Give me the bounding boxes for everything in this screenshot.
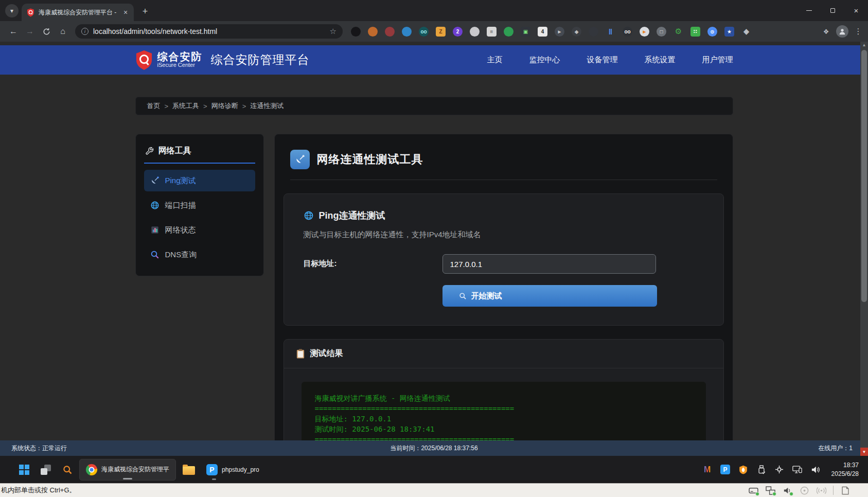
start-test-label: 开始测试: [471, 291, 502, 301]
logo-subtitle: iSecure Center: [157, 62, 203, 68]
sidebar-item-ping-test[interactable]: Ping测试: [144, 170, 255, 191]
target-address-input[interactable]: [442, 254, 656, 274]
extension-icon[interactable]: [589, 27, 598, 37]
sidebar-item-label: DNS查询: [165, 250, 197, 260]
vm-signal-icon[interactable]: [816, 486, 826, 495]
extension-icon[interactable]: [402, 27, 412, 37]
sidebar-item-dns-lookup[interactable]: DNS查询: [144, 244, 255, 265]
extension-icon[interactable]: ∷: [690, 27, 700, 37]
page-scrollbar[interactable]: ▲ ▼: [860, 42, 868, 456]
extension-icon[interactable]: □: [657, 27, 666, 37]
browser-tab[interactable]: 海康威视综合安防管理平台 - 网 ×: [22, 4, 134, 21]
home-button[interactable]: ⌂: [56, 24, 70, 39]
breadcrumb: 首页 > 系统工具 > 网络诊断 > 连通性测试: [135, 97, 733, 115]
extension-icon[interactable]: oo: [623, 27, 632, 37]
extension-icon[interactable]: Z: [436, 27, 446, 37]
extension-icon[interactable]: [368, 27, 378, 37]
task-view-button[interactable]: [36, 459, 56, 481]
input-method-tray-icon[interactable]: [774, 465, 785, 475]
extension-icon[interactable]: oo: [419, 27, 429, 37]
crosshair-icon: [775, 465, 784, 474]
vm-sound-icon[interactable]: [782, 486, 792, 495]
extensions-puzzle-icon[interactable]: ❖: [821, 27, 831, 37]
vm-disk-icon[interactable]: [748, 486, 758, 495]
extension-icon[interactable]: ⊙: [707, 27, 717, 37]
vm-cd-icon[interactable]: [799, 486, 809, 495]
gmail-tray-icon[interactable]: M: [702, 465, 713, 475]
extension-icon[interactable]: ★: [724, 27, 734, 37]
display-cast-tray-icon[interactable]: [792, 465, 803, 475]
tab-close-icon[interactable]: ×: [121, 8, 130, 16]
nav-link[interactable]: 主页: [487, 55, 503, 65]
search-button[interactable]: [58, 459, 77, 481]
forward-button[interactable]: →: [23, 24, 37, 39]
phpstudy-tray-icon[interactable]: P: [720, 465, 731, 475]
extension-icon[interactable]: [470, 27, 480, 37]
breadcrumb-item-network-diagnosis[interactable]: 网络诊断: [211, 101, 238, 111]
extension-icon[interactable]: [504, 27, 513, 37]
site-info-icon[interactable]: i: [81, 28, 88, 35]
extension-icon[interactable]: ◆: [741, 27, 751, 37]
reload-button[interactable]: [39, 24, 54, 39]
extension-icon[interactable]: ►: [640, 27, 649, 37]
back-button[interactable]: ←: [6, 24, 21, 39]
address-bar[interactable]: i localhost/admin/tools/network-test.htm…: [75, 24, 343, 39]
extension-icon[interactable]: [351, 27, 361, 37]
person-icon: [839, 28, 846, 35]
tab-search-button[interactable]: ▾: [5, 4, 19, 17]
profile-avatar[interactable]: [836, 25, 848, 38]
nav-link[interactable]: 监控中心: [529, 55, 560, 65]
browser-menu-icon[interactable]: ⋮: [854, 27, 863, 36]
extension-icon[interactable]: ‖: [606, 27, 615, 37]
magnifier-icon: [459, 292, 467, 300]
site-content: 综合安防 iSecure Center 综合安防管理平台 主页监控中心设备管理系…: [0, 42, 868, 440]
nav-link[interactable]: 设备管理: [587, 55, 618, 65]
extension-icon[interactable]: ►: [555, 27, 564, 37]
current-time-text: 当前时间：2025/06/28 18:37:56: [390, 444, 477, 453]
sidebar-item-network-status[interactable]: 网络状态: [144, 219, 255, 241]
sidebar-item-port-scan[interactable]: 端口扫描: [144, 194, 255, 216]
nav-link[interactable]: 用户管理: [702, 55, 733, 65]
results-title: 测试结果: [310, 348, 343, 359]
extension-icon[interactable]: 4: [538, 27, 547, 37]
bookmark-star-icon[interactable]: ☆: [330, 27, 336, 36]
window-maximize-button[interactable]: [821, 0, 844, 21]
start-button[interactable]: [14, 459, 34, 481]
chrome-icon: [86, 464, 97, 475]
scroll-up-icon[interactable]: ▲: [860, 43, 868, 47]
logo-text-block: 综合安防 iSecure Center: [157, 51, 203, 68]
extension-icon[interactable]: 2: [453, 27, 463, 37]
volume-tray-icon[interactable]: [810, 465, 821, 475]
divider: [290, 180, 717, 180]
window-close-button[interactable]: ×: [844, 0, 868, 21]
usb-tray-icon[interactable]: [756, 465, 767, 475]
site-logo[interactable]: 综合安防 iSecure Center: [135, 50, 203, 70]
vm-network-icon[interactable]: [765, 486, 775, 495]
scrollbar-thumb[interactable]: [861, 50, 867, 302]
extension-icon[interactable]: [385, 27, 395, 37]
new-tab-button[interactable]: +: [138, 4, 152, 19]
folder-icon: [183, 466, 195, 475]
extension-icon[interactable]: ⚙: [674, 27, 683, 37]
terminal-line: 测试时间: 2025-06-28 18:37:41: [315, 424, 693, 434]
phpstudy-icon: P: [206, 464, 218, 475]
taskbar-clock[interactable]: 18:37 2025/6/28: [831, 461, 859, 477]
extension-icon[interactable]: ≡: [487, 27, 497, 37]
url-text[interactable]: localhost/admin/tools/network-test.html: [93, 27, 325, 36]
usb-icon: [757, 465, 766, 474]
window-minimize-button[interactable]: [797, 0, 821, 21]
taskbar-phpstudy-window[interactable]: P phpstudy_pro: [202, 459, 264, 481]
scroll-down-icon[interactable]: ▼: [860, 448, 868, 456]
windows-taskbar: 海康威视综合安防管理平 P phpstudy_pro M P: [0, 456, 868, 483]
extension-icon[interactable]: ▣: [521, 27, 530, 37]
security-flame-tray-icon[interactable]: [738, 465, 749, 475]
start-test-button[interactable]: 开始测试: [442, 285, 657, 307]
vm-notes-icon[interactable]: [840, 486, 851, 495]
extension-icon[interactable]: ◆: [572, 27, 581, 37]
taskbar-chrome-window[interactable]: 海康威视综合安防管理平: [79, 459, 176, 481]
nav-link[interactable]: 系统设置: [645, 55, 676, 65]
file-explorer-button[interactable]: [178, 459, 200, 481]
site-nav: 主页监控中心设备管理系统设置用户管理: [487, 55, 733, 65]
breadcrumb-item-system-tools[interactable]: 系统工具: [172, 101, 199, 111]
breadcrumb-item-home[interactable]: 首页: [147, 101, 161, 111]
